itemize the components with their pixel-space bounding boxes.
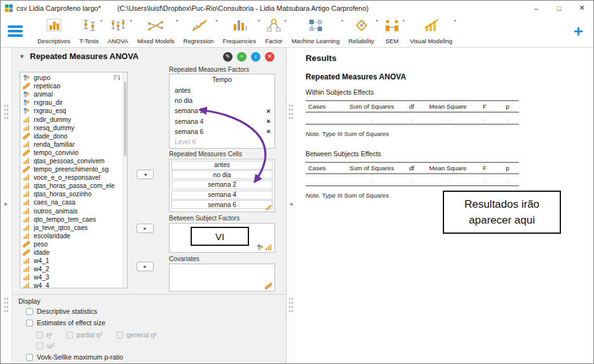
- remove-level-icon[interactable]: ✕: [266, 128, 271, 135]
- rm-factors-box[interactable]: Tempoantesno diasemana 2✕semana 4✕semana…: [169, 74, 275, 149]
- add-module-button[interactable]: +: [574, 23, 583, 39]
- assign-to-factors-button[interactable]: ◄: [137, 170, 154, 179]
- ribbon-item-factor[interactable]: ▾Factor: [260, 18, 287, 44]
- variable-item[interactable]: grupo: [20, 74, 127, 82]
- variable-item[interactable]: qto_tempo_tem_caes: [20, 215, 127, 224]
- between-subjects-block: Between Subjects Effects CasesSum of Squ…: [306, 150, 522, 199]
- expand-data-panel-icon[interactable]: ▸: [4, 200, 8, 207]
- assign-to-covariates-button[interactable]: ►: [137, 262, 154, 271]
- between-factors-box[interactable]: [169, 223, 275, 253]
- panel-divider[interactable]: ◂: [287, 48, 295, 363]
- rm-cell[interactable]: semana 2: [172, 180, 273, 189]
- ribbon-item-sem[interactable]: ▾SEM: [379, 18, 405, 44]
- variable-item[interactable]: animal: [20, 90, 127, 98]
- sort-variables-icon[interactable]: [113, 74, 121, 83]
- rm-cells-box[interactable]: antesno diasemana 2semana 4semana 6: [169, 159, 275, 212]
- ribbon-item-descriptives[interactable]: Descriptives: [33, 18, 75, 44]
- allowed-types-icons: [257, 244, 272, 251]
- drag-handle[interactable]: [288, 297, 294, 313]
- collapse-form-icon[interactable]: ◂: [289, 200, 292, 207]
- rm-factor-level[interactable]: semana 2✕: [170, 106, 274, 116]
- rm-factor-level[interactable]: no dia: [170, 95, 274, 105]
- general-eta-squared-checkbox[interactable]: general η²: [116, 331, 156, 339]
- variable-item[interactable]: rxesq_dummy: [20, 124, 127, 132]
- rm-cell[interactable]: semana 4: [172, 191, 273, 199]
- ribbon-item-visual-modeling[interactable]: ▾Visual Modeling: [405, 18, 457, 44]
- dropdown-caret-icon: ▾: [257, 18, 260, 24]
- variable-item[interactable]: idade: [20, 248, 127, 257]
- collapse-analysis-icon[interactable]: ▼: [19, 53, 25, 60]
- remove-level-icon[interactable]: ✕: [266, 108, 271, 114]
- partial-eta-squared-checkbox[interactable]: partial η²: [66, 331, 102, 339]
- ribbon-item-label: T-Tests: [79, 37, 99, 44]
- variable-item[interactable]: voce_e_o_responsavel: [20, 173, 127, 182]
- rm-factor-level[interactable]: antes: [170, 85, 274, 95]
- variable-item[interactable]: qtas_horas_sozinho: [20, 190, 127, 198]
- rm-cell[interactable]: antes: [172, 161, 273, 170]
- ribbon-item-regression[interactable]: ▾Regression: [179, 18, 219, 44]
- variable-item[interactable]: caes_na_casa: [20, 198, 127, 206]
- ribbon-item-t-tests[interactable]: ▾T-Tests: [75, 18, 104, 44]
- variable-item[interactable]: w4_2: [20, 265, 127, 273]
- minimize-button[interactable]: –: [525, 1, 548, 15]
- vovk-sellke-checkbox[interactable]: Vovk-Sellke maximum p-ratio: [26, 353, 123, 361]
- variable-item[interactable]: w4_1: [20, 257, 127, 265]
- info-button[interactable]: i: [251, 52, 260, 62]
- ribbon-item-mixed-models[interactable]: ▾Mixed Models: [133, 18, 179, 44]
- close-button[interactable]: ✕: [570, 1, 593, 15]
- scale-variable-icon: [23, 166, 32, 173]
- remove-analysis-button[interactable]: ✕: [265, 52, 274, 62]
- checkbox-icon[interactable]: [26, 308, 33, 315]
- covariates-box[interactable]: [169, 264, 275, 292]
- rm-factor-level[interactable]: semana 4✕: [170, 116, 274, 126]
- variable-item[interactable]: qtas_pessoas_convivem: [20, 157, 127, 165]
- rm-factor-name-field[interactable]: Tempo: [170, 74, 274, 85]
- ribbon-item-reliability[interactable]: ▾Reliability: [344, 18, 379, 44]
- drag-handle[interactable]: [288, 104, 294, 120]
- ordinal-variable-icon: [23, 208, 32, 215]
- ribbon-item-anova[interactable]: ▾ANOVA: [103, 18, 133, 44]
- eta-squared-checkbox[interactable]: η²: [36, 331, 52, 339]
- remove-level-icon[interactable]: ✕: [266, 118, 271, 125]
- rm-cell[interactable]: no dia: [172, 170, 273, 179]
- omega-squared-checkbox[interactable]: ω²: [36, 342, 55, 349]
- drag-handle[interactable]: [4, 297, 9, 313]
- hamburger-menu-icon[interactable]: [8, 25, 23, 37]
- variable-item[interactable]: rxdir_dummy: [20, 115, 127, 123]
- drag-handle[interactable]: [4, 104, 9, 120]
- ribbon-item-machine-learning[interactable]: ▾Machine Learning: [287, 18, 344, 44]
- checkbox-icon[interactable]: [26, 354, 33, 361]
- ribbon-item-frequencies[interactable]: ▾Frequencies: [219, 18, 260, 44]
- rm-factor-level[interactable]: semana 6✕: [170, 126, 274, 137]
- variable-item[interactable]: peso: [20, 240, 127, 248]
- scrollbar-thumb[interactable]: [124, 81, 126, 156]
- checkbox-icon[interactable]: [66, 332, 73, 339]
- variable-item[interactable]: idade_dono: [20, 132, 127, 140]
- variable-item[interactable]: tempo_preenchimento_sg: [20, 165, 127, 173]
- duplicate-analysis-button[interactable]: +: [237, 52, 246, 62]
- checkbox-icon[interactable]: [36, 332, 43, 339]
- variable-item[interactable]: escolaridade: [20, 232, 127, 240]
- variable-item[interactable]: rxgrau_dir: [20, 98, 127, 107]
- variable-item[interactable]: outros_animais: [20, 207, 127, 215]
- descriptive-statistics-checkbox[interactable]: Descriptive statistics: [26, 307, 97, 315]
- data-panel-edge: ▸: [1, 48, 12, 363]
- effect-size-checkbox[interactable]: Estimates of effect size: [26, 319, 105, 327]
- assign-to-between-button[interactable]: ►: [137, 224, 154, 233]
- variable-item[interactable]: ja_teve_qtos_caes: [20, 224, 127, 232]
- rm-factor-new-level-field[interactable]: Level 6: [170, 137, 274, 147]
- variable-item[interactable]: w4_4: [20, 281, 127, 288]
- variable-item[interactable]: renda_familiar: [20, 140, 127, 149]
- checkbox-icon[interactable]: [116, 332, 123, 339]
- variable-item[interactable]: qtas_horas_passa_com_ele: [20, 182, 127, 190]
- maximize-button[interactable]: □: [548, 1, 570, 15]
- variable-item[interactable]: tempo_convivio: [20, 149, 127, 157]
- variable-item[interactable]: w4_3: [20, 273, 127, 281]
- variable-item[interactable]: rxgrau_esq: [20, 107, 127, 115]
- checkbox-icon[interactable]: [26, 320, 33, 327]
- checkbox-icon[interactable]: [36, 342, 43, 349]
- variable-item[interactable]: repeticao: [20, 82, 127, 90]
- variables-scrollbar[interactable]: [123, 72, 127, 288]
- rm-cell[interactable]: semana 6: [172, 200, 273, 209]
- edit-title-button[interactable]: ✎: [223, 52, 233, 62]
